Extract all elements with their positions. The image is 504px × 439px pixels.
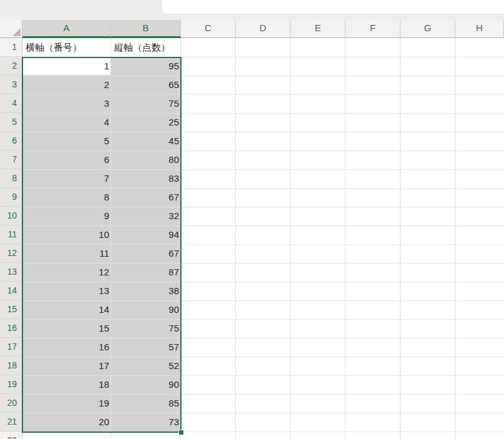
cell-A19[interactable]: 18 xyxy=(23,375,109,394)
cell-A15[interactable]: 14 xyxy=(23,300,109,319)
cell-A17[interactable]: 16 xyxy=(23,338,109,357)
cell-B3[interactable]: 65 xyxy=(112,76,179,94)
row-header-2[interactable]: 2 xyxy=(0,57,22,76)
cell-A21[interactable]: 20 xyxy=(23,413,109,432)
row-header-4[interactable]: 4 xyxy=(0,94,22,113)
cell-B2[interactable]: 95 xyxy=(112,57,179,76)
row-header-17[interactable]: 17 xyxy=(0,338,22,357)
cell-B20[interactable]: 85 xyxy=(112,394,179,413)
cell-A4[interactable]: 3 xyxy=(23,94,109,113)
cell-B19[interactable]: 90 xyxy=(112,375,179,394)
row-header-16[interactable]: 16 xyxy=(0,319,22,338)
row-header-9[interactable]: 9 xyxy=(0,188,22,207)
cell-A7[interactable]: 6 xyxy=(23,150,109,169)
cell-B14[interactable]: 38 xyxy=(112,282,179,300)
cell-A10[interactable]: 9 xyxy=(23,207,109,225)
cell-A1[interactable]: 横軸（番号） xyxy=(26,38,109,57)
row-header-13[interactable]: 13 xyxy=(0,263,22,282)
column-header-G[interactable]: G xyxy=(400,20,455,38)
cell-A3[interactable]: 2 xyxy=(23,76,109,94)
row-header-7[interactable]: 7 xyxy=(0,150,22,169)
cell-A12[interactable]: 11 xyxy=(23,244,109,263)
cell-B13[interactable]: 87 xyxy=(112,263,179,282)
cell-B9[interactable]: 67 xyxy=(112,188,179,207)
column-header-D[interactable]: D xyxy=(236,20,291,38)
row-header-11[interactable]: 11 xyxy=(0,225,22,244)
row-header-22[interactable]: 22 xyxy=(0,432,22,439)
select-all-corner[interactable] xyxy=(0,20,22,38)
row-header-21[interactable]: 21 xyxy=(0,413,22,432)
cell-B21[interactable]: 73 xyxy=(112,413,179,432)
row-header-20[interactable]: 20 xyxy=(0,394,22,413)
column-header-B[interactable]: B xyxy=(111,20,181,38)
row-header-8[interactable]: 8 xyxy=(0,169,22,188)
cell-A5[interactable]: 4 xyxy=(23,113,109,132)
spreadsheet-window: ABCDEFGH 1234567891011121314151617181920… xyxy=(0,0,504,439)
cell-A6[interactable]: 5 xyxy=(23,132,109,150)
cell-A11[interactable]: 10 xyxy=(23,225,109,244)
column-header-A[interactable]: A xyxy=(22,20,111,38)
top-chrome-strip xyxy=(0,0,504,20)
cell-B8[interactable]: 83 xyxy=(112,169,179,188)
formula-bar-region[interactable] xyxy=(162,0,504,14)
column-header-C[interactable]: C xyxy=(181,20,236,38)
cell-B11[interactable]: 94 xyxy=(112,225,179,244)
cell-A20[interactable]: 19 xyxy=(23,394,109,413)
row-header-15[interactable]: 15 xyxy=(0,300,22,319)
cell-A13[interactable]: 12 xyxy=(23,263,109,282)
column-header-F[interactable]: F xyxy=(346,20,400,38)
cell-B12[interactable]: 67 xyxy=(112,244,179,263)
row-header-12[interactable]: 12 xyxy=(0,244,22,263)
row-header-3[interactable]: 3 xyxy=(0,76,22,94)
row-header-6[interactable]: 6 xyxy=(0,132,22,150)
cell-A2[interactable]: 1 xyxy=(23,57,109,76)
fill-handle[interactable] xyxy=(179,430,183,435)
column-header-E[interactable]: E xyxy=(291,20,346,38)
row-header-10[interactable]: 10 xyxy=(0,207,22,225)
cell-B10[interactable]: 32 xyxy=(112,207,179,225)
cell-B1[interactable]: 縦軸（点数） xyxy=(114,38,179,57)
select-all-triangle-icon xyxy=(12,28,21,36)
cell-A8[interactable]: 7 xyxy=(23,169,109,188)
row-header-18[interactable]: 18 xyxy=(0,357,22,375)
row-header-5[interactable]: 5 xyxy=(0,113,22,132)
cell-A18[interactable]: 17 xyxy=(23,357,109,375)
row-header-19[interactable]: 19 xyxy=(0,375,22,394)
cell-B7[interactable]: 80 xyxy=(112,150,179,169)
cell-A14[interactable]: 13 xyxy=(23,282,109,300)
cell-B17[interactable]: 57 xyxy=(112,338,179,357)
column-header-H[interactable]: H xyxy=(455,20,504,38)
cell-A16[interactable]: 15 xyxy=(23,319,109,338)
cell-B5[interactable]: 25 xyxy=(112,113,179,132)
row-header-1[interactable]: 1 xyxy=(0,38,22,57)
cell-A9[interactable]: 8 xyxy=(23,188,109,207)
cell-B18[interactable]: 52 xyxy=(112,357,179,375)
cell-B4[interactable]: 75 xyxy=(112,94,179,113)
cell-B6[interactable]: 45 xyxy=(112,132,179,150)
row-header-14[interactable]: 14 xyxy=(0,282,22,300)
cell-B15[interactable]: 90 xyxy=(112,300,179,319)
cell-B16[interactable]: 75 xyxy=(112,319,179,338)
